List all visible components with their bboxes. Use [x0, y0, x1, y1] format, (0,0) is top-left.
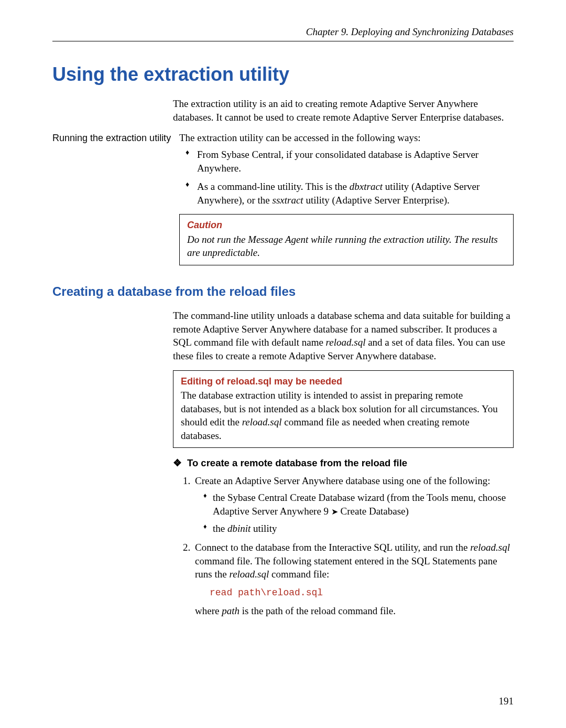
page-number: 191: [499, 695, 514, 707]
filename: reload.sql: [470, 542, 510, 553]
editing-note-box: Editing of reload.sql may be needed The …: [173, 370, 514, 448]
text-fragment: the: [213, 523, 227, 534]
running-header: Chapter 9. Deploying and Synchronizing D…: [52, 26, 514, 41]
arrow-icon: ➤: [331, 507, 338, 516]
intro-block: The extraction utility is an aid to crea…: [173, 97, 514, 124]
run-utility-section: Running the extraction utility The extra…: [52, 131, 514, 275]
text-fragment: Connect to the database from the Interac…: [195, 542, 470, 553]
access-methods-list: From Sybase Central, if your consolidate…: [179, 148, 514, 207]
procedure-heading: ❖ To create a remote database from the r…: [173, 457, 514, 469]
margin-label: Running the extraction utility: [52, 131, 179, 144]
text-fragment: utility: [251, 523, 277, 534]
lead-text: The extraction utility can be accessed i…: [179, 131, 514, 145]
intro-paragraph: The extraction utility is an aid to crea…: [173, 97, 514, 124]
utility-name: dbinit: [227, 523, 251, 534]
step1-options: the Sybase Central Create Database wizar…: [195, 491, 514, 536]
filename: reload.sql: [229, 569, 269, 580]
page-container: Chapter 9. Deploying and Synchronizing D…: [0, 0, 566, 728]
procedure-steps: Create an Adaptive Server Anywhere datab…: [173, 474, 514, 617]
reload-paragraph: The command-line utility unloads a datab…: [173, 309, 514, 363]
text-fragment: utility (Adaptive Server Enterprise).: [303, 195, 450, 206]
text-fragment: As a command-line utility. This is the: [197, 181, 350, 192]
filename: reload.sql: [326, 337, 366, 348]
caution-box: Caution Do not run the Message Agent whi…: [179, 214, 514, 265]
text-fragment: where: [195, 605, 222, 616]
path-variable: path: [222, 605, 240, 616]
code-sample: read path\reload.sql: [210, 586, 514, 599]
diamond-bullet-icon: ❖: [173, 457, 182, 469]
editing-note-title: Editing of reload.sql may be needed: [181, 375, 506, 388]
caution-title: Caution: [187, 219, 506, 231]
list-item: the dbinit utility: [206, 522, 514, 536]
text-fragment: Create Database): [338, 506, 409, 517]
reload-content: The command-line utility unloads a datab…: [173, 309, 514, 618]
subsection-heading: Creating a database from the reload file…: [52, 284, 514, 299]
page-title: Using the extraction utility: [52, 63, 514, 85]
step-item: Connect to the database from the Interac…: [193, 541, 514, 618]
list-item: From Sybase Central, if your consolidate…: [190, 148, 514, 175]
step-lead: Create an Adaptive Server Anywhere datab…: [195, 475, 491, 486]
text-fragment: command file:: [269, 569, 329, 580]
procedure-title: To create a remote database from the rel…: [187, 457, 407, 469]
filename: reload.sql: [242, 416, 282, 427]
utility-name: dbxtract: [350, 181, 383, 192]
caution-body: Do not run the Message Agent while runni…: [187, 234, 498, 259]
text-fragment: is the path of the reload command file.: [240, 605, 396, 616]
step-item: Create an Adaptive Server Anywhere datab…: [193, 474, 514, 536]
list-item: the Sybase Central Create Database wizar…: [206, 491, 514, 518]
utility-name: ssxtract: [273, 195, 303, 206]
chapter-title: Chapter 9. Deploying and Synchronizing D…: [306, 26, 514, 37]
editing-note-body: The database extraction utility is inten…: [181, 390, 498, 441]
list-item: As a command-line utility. This is the d…: [190, 180, 514, 207]
run-utility-content: The extraction utility can be accessed i…: [179, 131, 514, 275]
